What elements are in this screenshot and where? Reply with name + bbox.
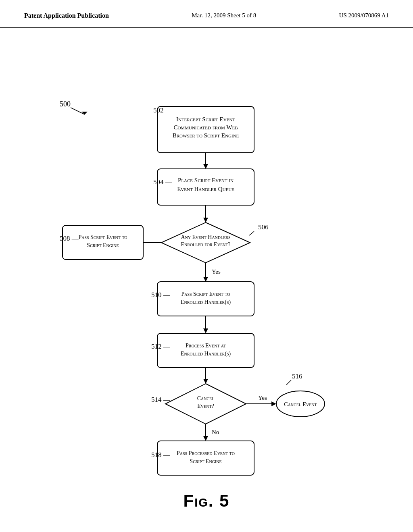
svg-marker-6 bbox=[203, 277, 208, 282]
label-ref-504: 504 — bbox=[153, 178, 173, 186]
node-512-text-1: Process Event at bbox=[186, 343, 226, 349]
svg-marker-2 bbox=[203, 164, 208, 169]
node-516-text: Cancel Event bbox=[284, 401, 317, 407]
node-508-text-1: Pass Script Event to bbox=[78, 234, 127, 240]
node-514-text-2: Event? bbox=[197, 403, 214, 409]
node-502-text-3: Browser to Script Engine bbox=[173, 132, 239, 139]
label-ref-510: 510 — bbox=[151, 291, 171, 299]
node-518-text-2: Script Engine bbox=[190, 458, 221, 464]
node-518-text-1: Pass Processed Event to bbox=[177, 450, 235, 456]
node-502-text-1: Intercept Script Event bbox=[176, 116, 235, 123]
header-left: Patent Application Publication bbox=[24, 12, 109, 19]
svg-line-4 bbox=[249, 231, 254, 235]
svg-line-0 bbox=[71, 108, 85, 114]
node-510-text-2: Enrolled Handler(s) bbox=[181, 299, 231, 305]
node-508-text-2: Script Engine bbox=[87, 242, 119, 248]
svg-marker-3 bbox=[203, 218, 208, 222]
node-502-text-2: Communicated from Web bbox=[173, 124, 238, 131]
header-center: Mar. 12, 2009 Sheet 5 of 8 bbox=[192, 12, 256, 19]
svg-marker-11 bbox=[203, 436, 208, 441]
label-no-514: No bbox=[212, 429, 219, 435]
node-514-text-1: Cancel bbox=[197, 395, 215, 401]
svg-marker-9 bbox=[271, 401, 276, 406]
flowchart-svg: 500 502 — Intercept Script Event Communi… bbox=[0, 32, 413, 491]
node-510-text-1: Pass Script Event to bbox=[181, 291, 230, 297]
svg-line-10 bbox=[286, 380, 291, 385]
diagram-container: 500 502 — Intercept Script Event Communi… bbox=[0, 32, 413, 491]
node-506-text-2: Enrolled for Event? bbox=[181, 241, 230, 247]
node-504-text-2: Event Handler Queue bbox=[177, 186, 234, 192]
label-ref-516: 516 bbox=[292, 372, 302, 380]
node-504-text-1: Place Script Event in bbox=[178, 177, 234, 183]
figure-label: Fig. 5 bbox=[0, 491, 413, 519]
header-right: US 2009/070869 A1 bbox=[339, 12, 389, 19]
label-ref-502: 502 — bbox=[153, 106, 173, 114]
label-ref-508: 508 — bbox=[60, 235, 79, 242]
label-ref-506: 506 bbox=[258, 223, 269, 231]
svg-marker-8 bbox=[203, 379, 208, 384]
label-yes-506: Yes bbox=[212, 268, 221, 275]
node-512-text-2: Enrolled Handler(s) bbox=[181, 351, 231, 357]
page-header: Patent Application Publication Mar. 12, … bbox=[0, 0, 413, 28]
svg-marker-7 bbox=[203, 328, 208, 333]
label-ref-518: 518 — bbox=[151, 451, 171, 459]
label-ref-512: 512 — bbox=[151, 343, 171, 350]
label-500: 500 bbox=[60, 100, 71, 108]
label-ref-514: 514 — bbox=[151, 396, 171, 403]
label-yes-514: Yes bbox=[258, 395, 267, 401]
node-506-text-1: Any Event Handlers bbox=[181, 234, 231, 240]
